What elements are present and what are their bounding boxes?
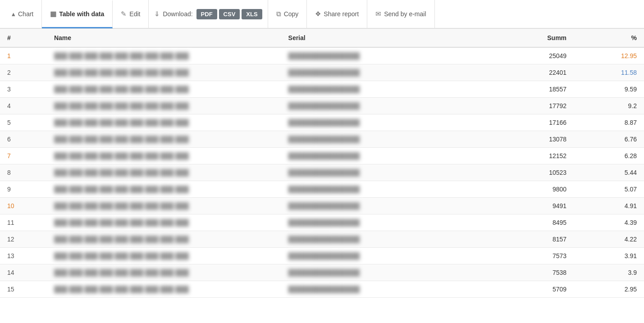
email-label: Send by e-mail <box>384 10 426 18</box>
cell-pct: 3.91 <box>574 248 644 264</box>
cell-summ: 9491 <box>457 198 574 214</box>
cell-num: 15 <box>0 281 47 298</box>
download-group: ⇓ Download: PDF CSV XLS <box>149 0 268 28</box>
cell-serial: ████████████████ <box>281 164 457 181</box>
copy-button[interactable]: ⧉ Copy <box>268 0 307 28</box>
cell-num: 2 <box>0 64 47 81</box>
col-header-serial: Serial <box>281 29 457 47</box>
chart-icon: ▴ <box>12 10 15 18</box>
cell-pct: 6.76 <box>574 131 644 148</box>
chart-tab[interactable]: ▴ Chart <box>4 0 42 28</box>
table-icon: ▦ <box>50 10 56 18</box>
share-button[interactable]: ❖ Share report <box>307 0 367 28</box>
cell-name: ███ ███ ███ ███ ███ ███ ███ ███ ███ <box>47 148 281 164</box>
table-row: 14███ ███ ███ ███ ███ ███ ███ ███ ██████… <box>0 264 644 281</box>
cell-num: 4 <box>0 98 47 114</box>
table-row: 3███ ███ ███ ███ ███ ███ ███ ███ ███████… <box>0 81 644 98</box>
cell-num: 1 <box>0 47 47 64</box>
cell-num: 6 <box>0 131 47 148</box>
email-button[interactable]: ✉ Send by e-mail <box>367 0 434 28</box>
share-label: Share report <box>324 10 359 18</box>
edit-icon: ✎ <box>121 10 127 18</box>
cell-num: 7 <box>0 148 47 164</box>
copy-label: Copy <box>284 10 299 18</box>
cell-summ: 8495 <box>457 214 574 231</box>
chart-label: Chart <box>18 10 33 18</box>
cell-serial: ████████████████ <box>281 64 457 81</box>
cell-serial: ████████████████ <box>281 281 457 298</box>
table-row: 2███ ███ ███ ███ ███ ███ ███ ███ ███████… <box>0 64 644 81</box>
cell-pct: 12.95 <box>574 47 644 64</box>
cell-summ: 17792 <box>457 98 574 114</box>
toolbar: ▴ Chart ▦ Table with data ✎ Edit ⇓ Downl… <box>0 0 644 29</box>
table-row: 12███ ███ ███ ███ ███ ███ ███ ███ ██████… <box>0 231 644 248</box>
cell-summ: 7538 <box>457 264 574 281</box>
cell-summ: 8157 <box>457 231 574 248</box>
data-table: # Name Serial Summ % 1███ ███ ███ ███ ██… <box>0 29 644 298</box>
share-icon: ❖ <box>315 10 321 18</box>
data-table-container: # Name Serial Summ % 1███ ███ ███ ███ ██… <box>0 29 644 298</box>
cell-serial: ████████████████ <box>281 214 457 231</box>
cell-name: ███ ███ ███ ███ ███ ███ ███ ███ ███ <box>47 231 281 248</box>
cell-pct: 6.28 <box>574 148 644 164</box>
table-row: 13███ ███ ███ ███ ███ ███ ███ ███ ██████… <box>0 248 644 264</box>
cell-pct: 4.39 <box>574 214 644 231</box>
table-row: 6███ ███ ███ ███ ███ ███ ███ ███ ███████… <box>0 131 644 148</box>
csv-button[interactable]: CSV <box>219 9 240 19</box>
table-row: 7███ ███ ███ ███ ███ ███ ███ ███ ███████… <box>0 148 644 164</box>
cell-pct: 11.58 <box>574 64 644 81</box>
copy-icon: ⧉ <box>276 10 281 18</box>
col-header-summ: Summ <box>457 29 574 47</box>
cell-num: 13 <box>0 248 47 264</box>
table-row: 8███ ███ ███ ███ ███ ███ ███ ███ ███████… <box>0 164 644 181</box>
table-tab[interactable]: ▦ Table with data <box>42 0 113 28</box>
cell-name: ███ ███ ███ ███ ███ ███ ███ ███ ███ <box>47 164 281 181</box>
cell-name: ███ ███ ███ ███ ███ ███ ███ ███ ███ <box>47 198 281 214</box>
cell-name: ███ ███ ███ ███ ███ ███ ███ ███ ███ <box>47 181 281 198</box>
col-header-pct: % <box>574 29 644 47</box>
cell-pct: 5.07 <box>574 181 644 198</box>
cell-pct: 2.95 <box>574 281 644 298</box>
cell-num: 11 <box>0 214 47 231</box>
cell-summ: 9800 <box>457 181 574 198</box>
cell-num: 10 <box>0 198 47 214</box>
download-icon: ⇓ <box>154 10 160 18</box>
cell-serial: ████████████████ <box>281 114 457 131</box>
cell-pct: 4.22 <box>574 231 644 248</box>
cell-serial: ████████████████ <box>281 148 457 164</box>
table-row: 15███ ███ ███ ███ ███ ███ ███ ███ ██████… <box>0 281 644 298</box>
cell-serial: ████████████████ <box>281 181 457 198</box>
cell-name: ███ ███ ███ ███ ███ ███ ███ ███ ███ <box>47 114 281 131</box>
cell-name: ███ ███ ███ ███ ███ ███ ███ ███ ███ <box>47 131 281 148</box>
table-row: 10███ ███ ███ ███ ███ ███ ███ ███ ██████… <box>0 198 644 214</box>
cell-num: 12 <box>0 231 47 248</box>
cell-serial: ████████████████ <box>281 248 457 264</box>
cell-summ: 22401 <box>457 64 574 81</box>
cell-summ: 12152 <box>457 148 574 164</box>
cell-name: ███ ███ ███ ███ ███ ███ ███ ███ ███ <box>47 98 281 114</box>
cell-summ: 13078 <box>457 131 574 148</box>
col-header-name: Name <box>47 29 281 47</box>
cell-serial: ████████████████ <box>281 198 457 214</box>
cell-serial: ████████████████ <box>281 81 457 98</box>
table-row: 5███ ███ ███ ███ ███ ███ ███ ███ ███████… <box>0 114 644 131</box>
table-row: 1███ ███ ███ ███ ███ ███ ███ ███ ███████… <box>0 47 644 64</box>
cell-serial: ████████████████ <box>281 264 457 281</box>
edit-button[interactable]: ✎ Edit <box>113 0 149 28</box>
cell-serial: ████████████████ <box>281 98 457 114</box>
cell-num: 3 <box>0 81 47 98</box>
table-row: 4███ ███ ███ ███ ███ ███ ███ ███ ███████… <box>0 98 644 114</box>
pdf-button[interactable]: PDF <box>196 9 217 19</box>
table-header-row: # Name Serial Summ % <box>0 29 644 47</box>
cell-name: ███ ███ ███ ███ ███ ███ ███ ███ ███ <box>47 248 281 264</box>
cell-pct: 3.9 <box>574 264 644 281</box>
cell-pct: 5.44 <box>574 164 644 181</box>
table-row: 9███ ███ ███ ███ ███ ███ ███ ███ ███████… <box>0 181 644 198</box>
cell-serial: ████████████████ <box>281 231 457 248</box>
email-icon: ✉ <box>375 10 381 18</box>
cell-summ: 7573 <box>457 248 574 264</box>
cell-name: ███ ███ ███ ███ ███ ███ ███ ███ ███ <box>47 81 281 98</box>
xls-button[interactable]: XLS <box>242 9 262 19</box>
cell-name: ███ ███ ███ ███ ███ ███ ███ ███ ███ <box>47 64 281 81</box>
cell-pct: 4.91 <box>574 198 644 214</box>
